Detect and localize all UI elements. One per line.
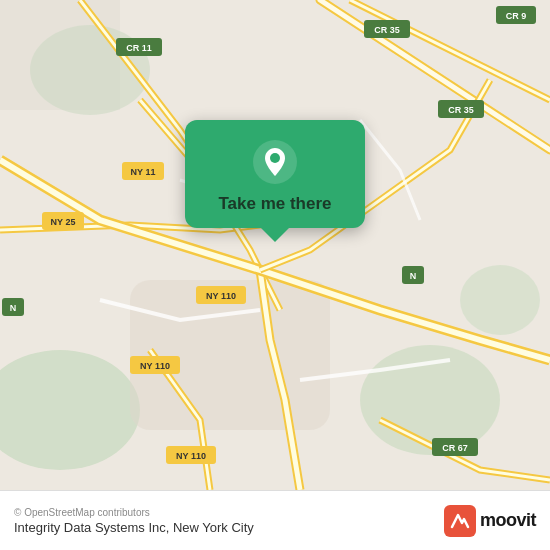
bottom-info: © OpenStreetMap contributors Integrity D… bbox=[14, 507, 254, 535]
location-pin-icon bbox=[253, 140, 297, 184]
svg-text:CR 9: CR 9 bbox=[506, 11, 527, 21]
svg-text:NY 25: NY 25 bbox=[51, 217, 76, 227]
popup-card[interactable]: Take me there bbox=[185, 120, 365, 228]
svg-text:CR 35: CR 35 bbox=[374, 25, 400, 35]
svg-text:N: N bbox=[10, 303, 17, 313]
svg-text:CR 67: CR 67 bbox=[442, 443, 468, 453]
svg-text:CR 11: CR 11 bbox=[126, 43, 152, 53]
svg-text:NY 110: NY 110 bbox=[140, 361, 170, 371]
map-container: CR 9 CR 11 CR 35 CR 35 NY 11 NY 25 NY 11… bbox=[0, 0, 550, 490]
svg-text:NY 110: NY 110 bbox=[206, 291, 236, 301]
location-name: Integrity Data Systems Inc, New York Cit… bbox=[14, 520, 254, 535]
svg-text:NY 11: NY 11 bbox=[131, 167, 156, 177]
copyright-text: © OpenStreetMap contributors bbox=[14, 507, 254, 518]
svg-text:NY 110: NY 110 bbox=[176, 451, 206, 461]
bottom-bar: © OpenStreetMap contributors Integrity D… bbox=[0, 490, 550, 550]
svg-text:CR 35: CR 35 bbox=[448, 105, 474, 115]
moovit-brand-icon bbox=[444, 505, 476, 537]
popup-label: Take me there bbox=[218, 194, 331, 214]
svg-point-32 bbox=[270, 153, 280, 163]
moovit-brand-text: moovit bbox=[480, 510, 536, 531]
svg-text:N: N bbox=[410, 271, 417, 281]
moovit-logo[interactable]: moovit bbox=[444, 505, 536, 537]
svg-point-3 bbox=[460, 265, 540, 335]
